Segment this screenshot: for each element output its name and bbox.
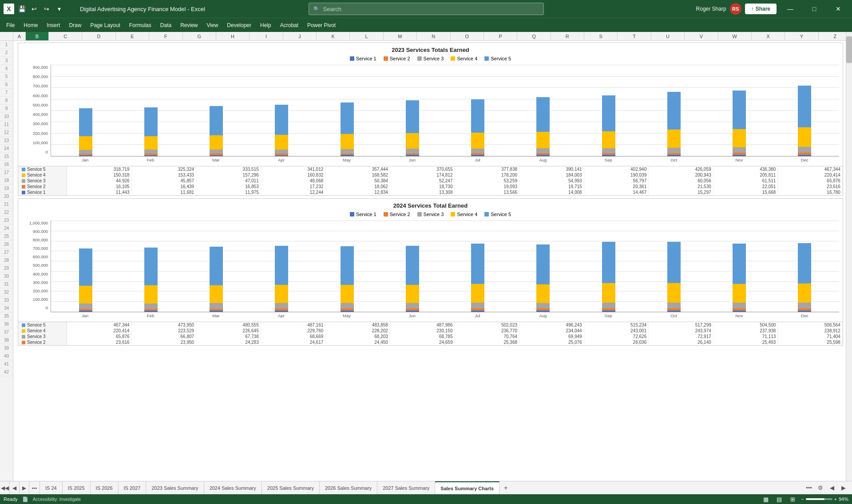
tab-is2025[interactable]: IS 2025 (63, 481, 91, 494)
tab-scroll-right[interactable]: ▶ (839, 483, 848, 493)
minimize-button[interactable]: — (780, 0, 800, 18)
col-s[interactable]: S (584, 32, 618, 40)
col-h[interactable]: H (216, 32, 250, 40)
scrollbar-thumb[interactable] (846, 36, 852, 63)
col-y[interactable]: Y (785, 32, 818, 40)
tab-nav-first[interactable]: ◀◀ (0, 481, 10, 494)
bar-segment-service-1 (341, 311, 354, 312)
menu-formulas[interactable]: Formulas (125, 20, 156, 30)
maximize-button[interactable]: □ (804, 0, 824, 18)
col-l[interactable]: L (350, 32, 383, 40)
col-n[interactable]: N (417, 32, 450, 40)
tab-nav-next[interactable]: ▶ (20, 481, 29, 494)
col-o[interactable]: O (451, 32, 484, 40)
bar-group-Jul (471, 99, 484, 156)
col-v[interactable]: V (685, 32, 718, 40)
search-input[interactable] (323, 6, 539, 12)
col-q[interactable]: Q (517, 32, 551, 40)
zoom-out-icon[interactable]: − (801, 496, 804, 502)
tab-extra-sheets[interactable]: ••• (804, 483, 814, 493)
menu-insert[interactable]: Insert (42, 20, 64, 30)
tab-scroll-left[interactable]: ◀ (827, 483, 837, 493)
row-num-22: 22 (0, 209, 13, 217)
col-e[interactable]: E (116, 32, 149, 40)
vertical-scrollbar[interactable] (846, 32, 852, 481)
menu-developer[interactable]: Developer (222, 20, 256, 30)
save-icon[interactable]: 💾 (17, 4, 27, 14)
tab-is2026[interactable]: IS 2026 (91, 481, 119, 494)
col-i[interactable]: I (250, 32, 283, 40)
bar-segment-service-3 (471, 149, 484, 154)
col-r[interactable]: R (551, 32, 584, 40)
tab-2027-sales[interactable]: 2027 Sales Summary (377, 481, 435, 494)
tab-options[interactable]: ⚙ (816, 483, 825, 493)
col-d[interactable]: D (82, 32, 115, 40)
customize-icon[interactable]: ▾ (54, 4, 64, 14)
undo-icon[interactable]: ↩ (29, 4, 39, 14)
c2-legend-s4: Service 4 (451, 212, 477, 217)
col-x[interactable]: X (752, 32, 785, 40)
menu-power-pivot[interactable]: Power Pivot (303, 20, 340, 30)
bar-segment-service-3 (536, 303, 550, 309)
page-break-btn[interactable]: ⊞ (788, 494, 797, 504)
data-cell-Sep: 243,001 (584, 328, 649, 334)
col-f[interactable]: F (149, 32, 182, 40)
data-cell-Nov: 25,493 (713, 339, 778, 345)
data-cell-Sep: 20,361 (584, 184, 649, 189)
search-box[interactable]: 🔍 (309, 3, 544, 15)
menu-home[interactable]: Home (19, 20, 42, 30)
row-num-21: 21 (0, 201, 13, 209)
bar-segment-service-1 (144, 311, 158, 312)
data-cell-Apr: 48,068 (261, 178, 326, 184)
tab-is24[interactable]: IS 24 (40, 481, 63, 494)
tab-2023-sales[interactable]: 2023 Sales Summary (146, 481, 204, 494)
redo-icon[interactable]: ↪ (42, 4, 52, 14)
bar-group-Nov (733, 91, 746, 156)
data-cell-Jan: 16,105 (67, 184, 132, 189)
col-w[interactable]: W (718, 32, 752, 40)
zoom-control[interactable]: − + 94% (801, 496, 848, 502)
row-num-18: 18 (0, 177, 13, 185)
menu-view[interactable]: View (202, 20, 223, 30)
col-p[interactable]: P (484, 32, 517, 40)
tab-add-sheet[interactable]: + (499, 481, 512, 494)
tab-2026-sales[interactable]: 2026 Sales Summary (320, 481, 377, 494)
normal-view-btn[interactable]: ▦ (761, 494, 771, 504)
tab-2025-sales[interactable]: 2025 Sales Summary (262, 481, 320, 494)
tab-sales-summary-charts[interactable]: Sales Summary Charts (435, 481, 499, 494)
col-u[interactable]: U (651, 32, 685, 40)
tab-nav-prev[interactable]: ◀ (10, 481, 20, 494)
tab-is2027[interactable]: IS 2027 (119, 481, 147, 494)
user-avatar[interactable]: RS (730, 3, 741, 15)
menu-data[interactable]: Data (156, 20, 176, 30)
menu-draw[interactable]: Draw (64, 20, 86, 30)
row-num-20: 20 (0, 193, 13, 201)
data-cell-Nov: 71,113 (713, 334, 778, 339)
zoom-slider[interactable] (806, 498, 832, 500)
bar-group-Sep (602, 242, 615, 312)
col-k[interactable]: K (317, 32, 350, 40)
col-c[interactable]: C (49, 32, 82, 40)
zoom-in-icon[interactable]: + (834, 496, 837, 502)
tab-more[interactable]: ••• (29, 481, 40, 494)
bar-segment-service-3 (144, 150, 158, 154)
col-g[interactable]: G (183, 32, 216, 40)
col-a[interactable]: A (13, 32, 26, 40)
menu-help[interactable]: Help (256, 20, 276, 30)
col-t[interactable]: T (618, 32, 651, 40)
menu-page-layout[interactable]: Page Layout (86, 20, 124, 30)
data-cell-May: 68,203 (325, 334, 390, 339)
menu-acrobat[interactable]: Acrobat (276, 20, 303, 30)
col-b[interactable]: B (26, 32, 49, 40)
close-button[interactable]: ✕ (828, 0, 848, 18)
menu-file[interactable]: File (2, 20, 19, 30)
row-num-header (0, 32, 13, 40)
tab-2024-sales[interactable]: 2024 Sales Summary (204, 481, 262, 494)
share-button[interactable]: ↑ Share (745, 4, 777, 14)
col-m[interactable]: M (384, 32, 417, 40)
page-layout-btn[interactable]: ▤ (774, 494, 784, 504)
col-j[interactable]: J (283, 32, 317, 40)
menu-review[interactable]: Review (176, 20, 202, 30)
data-cell-Feb: 16,439 (132, 184, 197, 189)
legend-s5: Service 5 (484, 56, 511, 61)
